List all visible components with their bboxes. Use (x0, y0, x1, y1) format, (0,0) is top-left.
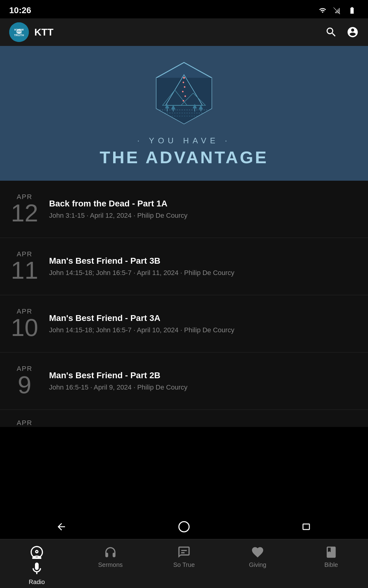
signal-icon (331, 7, 342, 14)
microphone-nav-icon (29, 561, 44, 576)
date-block: APR 9 (9, 365, 40, 397)
svg-point-22 (183, 77, 185, 79)
recents-button[interactable] (301, 521, 313, 533)
sermon-info: Man's Best Friend - Part 3A John 14:15-1… (49, 313, 359, 334)
svg-point-23 (183, 82, 184, 83)
sermon-title: Man's Best Friend - Part 3B (49, 256, 359, 266)
nav-item-sotrue[interactable]: So True (166, 545, 202, 568)
sermon-item-partial: APR (0, 410, 368, 427)
status-time: 10:26 (9, 6, 31, 15)
sermon-meta: John 16:5-15 · April 9, 2024 · Philip De… (49, 383, 359, 391)
chat-icon (177, 545, 191, 559)
sermon-info: Back from the Dead - Part 1A John 3:1-15… (49, 199, 359, 220)
sermon-item[interactable]: APR 11 Man's Best Friend - Part 3B John … (0, 238, 368, 295)
nav-item-radio[interactable]: Radio (18, 545, 55, 586)
nav-item-sermons[interactable]: Sermons (92, 545, 129, 568)
date-block: APR 12 (9, 193, 40, 225)
account-icon[interactable] (347, 26, 359, 38)
sermon-title: Man's Best Friend - Part 2B (49, 371, 359, 380)
sermon-list: APR 12 Back from the Dead - Part 1A John… (0, 181, 368, 427)
svg-point-26 (185, 96, 186, 97)
svg-text:TRUTH: TRUTH (14, 33, 24, 37)
date-day: 12 (11, 201, 38, 225)
headphone-icon (104, 545, 117, 559)
sermon-info: Man's Best Friend - Part 3B John 14:15-1… (49, 256, 359, 277)
date-day: 10 (11, 315, 38, 340)
date-day: 11 (11, 258, 38, 283)
hero-banner: · YOU HAVE · THE ADVANTAGE (0, 46, 368, 181)
nav-label-sotrue: So True (173, 561, 195, 568)
nav-label-sermons: Sermons (98, 561, 123, 568)
sermon-meta: John 3:1-15 · April 12, 2024 · Philip De… (49, 212, 359, 220)
svg-rect-32 (303, 524, 309, 530)
sermon-meta: John 14:15-18; John 16:5-7 · April 10, 2… (49, 326, 359, 334)
nav-item-giving[interactable]: Giving (239, 545, 276, 568)
status-bar: 10:26 (0, 0, 368, 18)
hero-hexagon-graphic (150, 59, 218, 127)
battery-icon (345, 6, 359, 14)
android-nav (0, 514, 368, 539)
svg-rect-1 (351, 9, 353, 13)
date-block: APR (9, 419, 40, 427)
sermon-title: Man's Best Friend - Part 3A (49, 313, 359, 323)
header-right (325, 26, 359, 38)
date-month: APR (17, 419, 32, 427)
wifi-icon (317, 7, 328, 14)
sermon-meta: John 14:15-18; John 16:5-7 · April 11, 2… (49, 269, 359, 277)
nav-label-radio: Radio (29, 579, 45, 586)
search-icon[interactable] (325, 26, 337, 38)
nav-label-giving: Giving (249, 561, 266, 568)
bottom-nav: Radio Sermons So True Giving Bible (0, 539, 368, 588)
sermon-item[interactable]: APR 12 Back from the Dead - Part 1A John… (0, 181, 368, 238)
sermon-item[interactable]: APR 9 Man's Best Friend - Part 2B John 1… (0, 352, 368, 410)
sermon-info: Man's Best Friend - Part 2B John 16:5-15… (49, 371, 359, 391)
home-button[interactable] (178, 521, 190, 533)
app-title: KTT (34, 27, 53, 38)
sermon-title: Back from the Dead - Part 1A (49, 199, 359, 209)
date-block: APR 11 (9, 250, 40, 283)
book-icon (324, 545, 338, 559)
svg-point-24 (184, 86, 186, 88)
svg-point-27 (183, 100, 184, 102)
radio-icon (30, 545, 44, 559)
svg-point-31 (179, 522, 189, 532)
hero-subtitle: · YOU HAVE · (137, 136, 231, 145)
app-logo: KNOW THE TRUTH (9, 22, 29, 42)
hero-title: THE ADVANTAGE (100, 147, 268, 167)
date-block: APR 10 (9, 307, 40, 340)
back-button[interactable] (55, 521, 67, 533)
nav-label-bible: Bible (324, 561, 338, 568)
app-header: KNOW THE TRUTH KTT (0, 18, 368, 46)
header-left: KNOW THE TRUTH KTT (9, 22, 53, 42)
sermon-item[interactable]: APR 10 Man's Best Friend - Part 3A John … (0, 295, 368, 352)
svg-point-25 (182, 91, 184, 92)
heart-icon (251, 545, 264, 559)
date-day: 9 (18, 373, 32, 397)
nav-item-bible[interactable]: Bible (313, 545, 350, 568)
status-icons (317, 6, 359, 14)
